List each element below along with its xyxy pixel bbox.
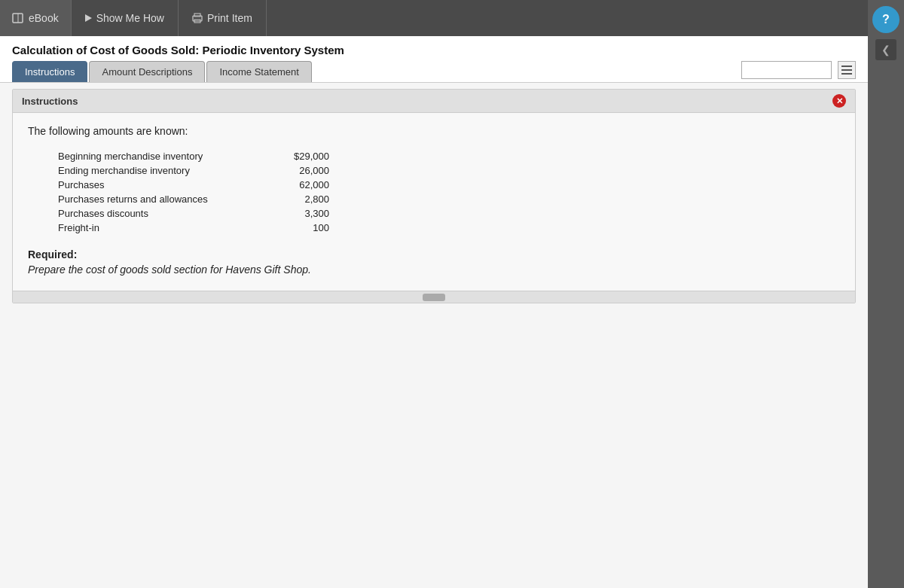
table-row: Purchases 62,000 [58, 179, 840, 190]
search-input[interactable] [741, 61, 832, 79]
tab-income-statement[interactable]: Income Statement [206, 61, 312, 82]
amount-value-5: 100 [269, 222, 329, 233]
menu-line-3 [841, 73, 852, 75]
instructions-panel-title: Instructions [22, 96, 78, 107]
amount-value-1: 26,000 [269, 165, 329, 176]
close-button[interactable]: ✕ [832, 94, 846, 108]
ebook-icon [12, 13, 24, 23]
top-nav-bar: eBook Show Me How Print Item [0, 0, 868, 36]
print-item-nav-item[interactable]: Print Item [179, 0, 267, 36]
amount-value-4: 3,300 [269, 208, 329, 219]
chevron-left-icon: ❮ [881, 44, 890, 56]
table-row: Purchases discounts 3,300 [58, 208, 840, 219]
table-row: Freight-in 100 [58, 222, 840, 233]
required-section: Required: Prepare the cost of goods sold… [28, 248, 840, 276]
bottom-scrollbar[interactable] [13, 291, 855, 303]
show-me-how-nav-item[interactable]: Show Me How [72, 0, 179, 36]
amount-value-0: $29,000 [269, 151, 329, 162]
collapse-button[interactable]: ❮ [875, 39, 896, 60]
table-row: Beginning merchandise inventory $29,000 [58, 151, 840, 162]
menu-line-2 [841, 69, 852, 71]
required-title: Required: [28, 248, 840, 260]
menu-icon-button[interactable] [838, 61, 856, 79]
table-row: Purchases returns and allowances 2,800 [58, 193, 840, 205]
panel-area: Instructions ✕ The following amounts are… [0, 83, 868, 588]
instructions-panel-header: Instructions ✕ [13, 90, 855, 113]
show-me-how-label: Show Me How [96, 12, 164, 24]
amount-value-3: 2,800 [269, 193, 329, 205]
instructions-body: The following amounts are known: Beginni… [13, 113, 855, 291]
amounts-table: Beginning merchandise inventory $29,000 … [58, 151, 840, 233]
required-text: Prepare the cost of goods sold section f… [28, 264, 840, 276]
print-item-label: Print Item [207, 12, 252, 24]
amount-label-3: Purchases returns and allowances [58, 193, 269, 205]
main-content: eBook Show Me How Print Item Calculation… [0, 0, 868, 588]
tabs-row: Instructions Amount Descriptions Income … [0, 61, 868, 83]
page-title: Calculation of Cost of Goods Sold: Perio… [0, 36, 868, 61]
right-sidebar: ? ❮ [868, 0, 904, 588]
tab-amount-descriptions[interactable]: Amount Descriptions [89, 61, 205, 82]
print-icon [192, 13, 203, 23]
ebook-label: eBook [29, 12, 59, 24]
question-mark-icon: ? [882, 13, 890, 26]
scroll-thumb [423, 294, 445, 301]
instructions-panel: Instructions ✕ The following amounts are… [12, 89, 856, 303]
video-icon [85, 14, 92, 22]
amount-label-0: Beginning merchandise inventory [58, 151, 269, 162]
menu-line-1 [841, 66, 852, 67]
table-row: Ending merchandise inventory 26,000 [58, 165, 840, 176]
ebook-nav-item[interactable]: eBook [0, 0, 72, 36]
intro-text: The following amounts are known: [28, 125, 840, 137]
amount-label-4: Purchases discounts [58, 208, 269, 219]
help-button[interactable]: ? [872, 6, 899, 33]
tab-instructions[interactable]: Instructions [12, 61, 87, 82]
amount-label-5: Freight-in [58, 222, 269, 233]
amount-label-1: Ending merchandise inventory [58, 165, 269, 176]
amount-label-2: Purchases [58, 179, 269, 190]
toolbar-right [741, 61, 856, 82]
amount-value-2: 62,000 [269, 179, 329, 190]
